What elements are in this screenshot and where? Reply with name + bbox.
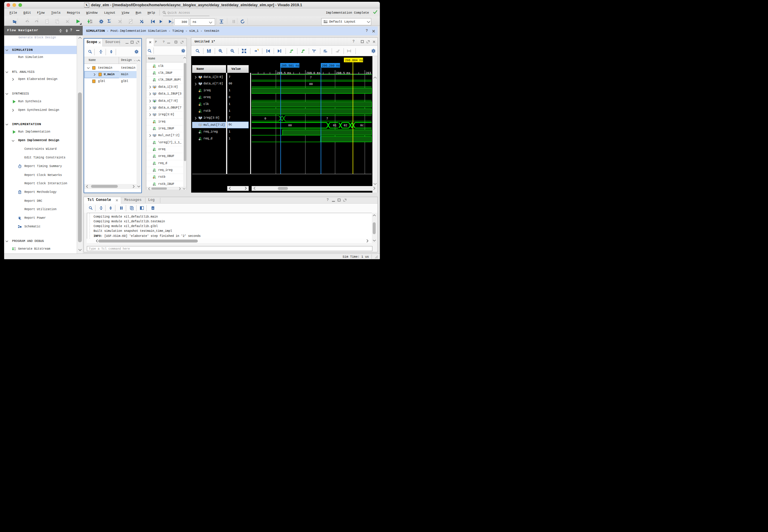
svg-text:206.260 ns: 206.260 ns xyxy=(322,64,340,67)
svg-text:7: 7 xyxy=(310,76,312,79)
svg-text:205.5 ns: 205.5 ns xyxy=(277,71,291,75)
svg-text:207.: 207. xyxy=(366,71,372,75)
svg-text:02: 02 xyxy=(344,124,347,127)
svg-text:206.804 ns: 206.804 ns xyxy=(345,59,363,62)
svg-text:0: 0 xyxy=(265,117,266,120)
svg-text:00: 00 xyxy=(288,124,292,127)
svg-text:206.5 ns: 206.5 ns xyxy=(336,71,350,75)
svg-text:01: 01 xyxy=(333,124,336,127)
svg-text:206.0 ns: 206.0 ns xyxy=(306,71,321,75)
svg-text:00: 00 xyxy=(309,83,313,86)
svg-text:7: 7 xyxy=(326,117,328,120)
svg-text:0c: 0c xyxy=(360,124,364,127)
svg-text:205.581 ns: 205.581 ns xyxy=(281,64,299,67)
